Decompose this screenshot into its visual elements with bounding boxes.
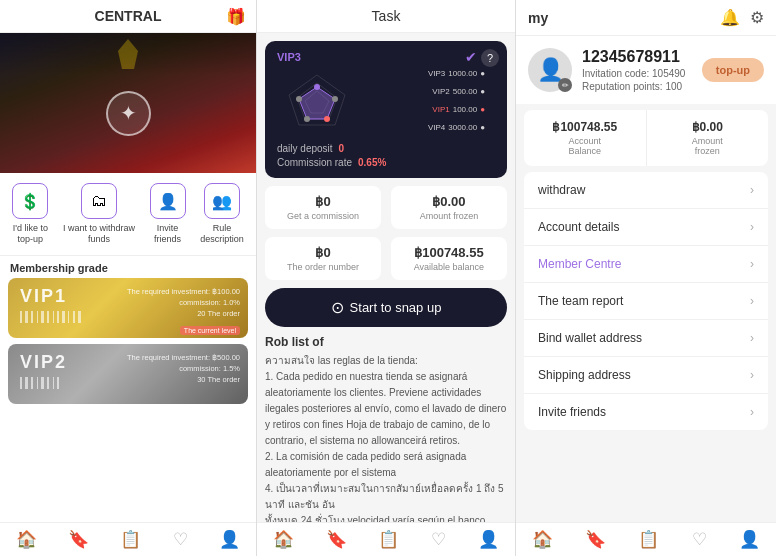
invite-action[interactable]: 👤 Invitefriends — [150, 183, 186, 245]
balance-grid: ฿100748.55 AccountBalance ฿0.00 Amountfr… — [524, 110, 768, 166]
menu-invite-label: Invite friends — [538, 405, 606, 419]
chevron-icon-2: › — [750, 220, 754, 234]
menu-withdraw[interactable]: withdraw › — [524, 172, 768, 209]
menu-list: withdraw › Account details › Member Cent… — [524, 172, 768, 430]
p2-nav-task[interactable]: 📋 — [378, 529, 399, 550]
menu-shipping-label: Shipping address — [538, 368, 631, 382]
panel-task: Task ✔ ? VIP3 — [257, 0, 516, 556]
reputation-label: Reputation points: — [582, 81, 663, 92]
vip1-card[interactable]: VIP1 The required investment: ฿100.00 co… — [8, 278, 248, 338]
avatar-edit-badge: ✏ — [558, 78, 572, 92]
invitation-code: Invitation code: 105490 — [582, 68, 685, 79]
nav-home[interactable]: 🏠 — [16, 529, 37, 550]
withdraw-action[interactable]: 🗂 I want to withdrawfunds — [63, 183, 135, 245]
menu-bind-wallet[interactable]: Bind wallet address › — [524, 320, 768, 357]
invitation-label: Invitation code: — [582, 68, 649, 79]
commission-row: Commission rate 0.65% — [277, 157, 495, 168]
radar-svg — [277, 67, 357, 137]
vip-check-icon: ✔ — [465, 49, 477, 65]
stats-row-1: ฿0 Get a commission ฿0.00 Amount frozen — [265, 186, 507, 229]
p3-nav-profile[interactable]: 👤 — [739, 529, 760, 550]
menu-shipping[interactable]: Shipping address › — [524, 357, 768, 394]
profile-id: 12345678911 — [582, 48, 685, 66]
svg-point-4 — [314, 84, 320, 90]
daily-deposit-value: 0 — [339, 143, 345, 154]
chevron-icon-5: › — [750, 331, 754, 345]
vip1-required: The required investment: ฿100.00 — [127, 286, 240, 297]
vip1-label2: VIP1 — [432, 105, 449, 114]
stat-commission: ฿0 Get a commission — [265, 186, 381, 229]
panel-central: CENTRAL 🎁 ✦ 💲 I'd like totop-up 🗂 I want… — [0, 0, 257, 556]
nav-bookmark[interactable]: 🔖 — [68, 529, 89, 550]
stat-commission-label: Get a commission — [275, 211, 371, 221]
chevron-icon: › — [750, 183, 754, 197]
rob-text: ความสนใจ las reglas de la tienda: 1. Cad… — [265, 353, 507, 522]
hero-image: ✦ — [0, 33, 256, 173]
svg-point-5 — [332, 96, 338, 102]
settings-icon[interactable]: ⚙ — [750, 8, 764, 27]
stats-row-2: ฿0 The order number ฿100748.55 Available… — [265, 237, 507, 280]
vip2-order: 30 The order — [127, 374, 240, 385]
menu-account-details[interactable]: Account details › — [524, 209, 768, 246]
frozen-label: Amountfrozen — [653, 136, 763, 156]
p2-nav-bookmark[interactable]: 🔖 — [326, 529, 347, 550]
gift-icon[interactable]: 🎁 — [226, 7, 246, 26]
p2-nav-profile[interactable]: 👤 — [478, 529, 499, 550]
start-snap-button[interactable]: ⊙ Start to snap up — [265, 288, 507, 327]
p2-nav-heart[interactable]: ♡ — [431, 529, 446, 550]
topup-label: I'd like totop-up — [13, 223, 48, 245]
profile-section: 👤 ✏ 12345678911 Invitation code: 105490 … — [516, 36, 776, 104]
commission-value: 0.65% — [358, 157, 386, 168]
p3-nav-bookmark[interactable]: 🔖 — [585, 529, 606, 550]
nav-task[interactable]: 📋 — [120, 529, 141, 550]
topup-button[interactable]: top-up — [702, 58, 764, 82]
stat-available: ฿100748.55 Available balance — [391, 237, 507, 280]
stat-available-value: ฿100748.55 — [401, 245, 497, 260]
menu-member-centre[interactable]: Member Centre › — [524, 246, 768, 283]
vip2-card[interactable]: VIP2 The required investment: ฿500.00 co… — [8, 344, 248, 404]
p2-nav-home[interactable]: 🏠 — [273, 529, 294, 550]
invite-label: Invitefriends — [154, 223, 181, 245]
topup-action[interactable]: 💲 I'd like totop-up — [12, 183, 48, 245]
p3-nav-heart[interactable]: ♡ — [692, 529, 707, 550]
profile-info: 12345678911 Invitation code: 105490 Repu… — [582, 48, 685, 92]
balance-account: ฿100748.55 AccountBalance — [524, 110, 646, 166]
panel3-title: my — [528, 10, 548, 26]
vip1-commission: commission: 1.0% — [127, 297, 240, 308]
nav-profile[interactable]: 👤 — [219, 529, 240, 550]
chevron-icon-7: › — [750, 405, 754, 419]
nav-heart[interactable]: ♡ — [173, 529, 188, 550]
p3-nav-task[interactable]: 📋 — [638, 529, 659, 550]
svg-point-6 — [324, 116, 330, 122]
stat-orders-value: ฿0 — [275, 245, 371, 260]
membership-label: Membership grade — [0, 256, 256, 278]
hero-ornament — [118, 39, 138, 69]
panel2-header: Task — [257, 0, 515, 33]
stat-available-label: Available balance — [401, 262, 497, 272]
frozen-value: ฿0.00 — [653, 120, 763, 134]
vip-question-icon[interactable]: ? — [481, 49, 499, 67]
invite-icon: 👤 — [150, 183, 186, 219]
chevron-icon-4: › — [750, 294, 754, 308]
withdraw-icon: 🗂 — [81, 183, 117, 219]
svg-point-7 — [304, 116, 310, 122]
panel3-bottom-nav: 🏠 🔖 📋 ♡ 👤 — [516, 522, 776, 556]
current-level-badge: The current level — [180, 326, 240, 335]
bell-icon[interactable]: 🔔 — [720, 8, 740, 27]
vip2-label: VIP2 — [432, 87, 449, 96]
panel1-title: CENTRAL — [95, 8, 162, 24]
p3-nav-home[interactable]: 🏠 — [532, 529, 553, 550]
stat-orders-label: The order number — [275, 262, 371, 272]
action-bar: 💲 I'd like totop-up 🗂 I want to withdraw… — [0, 173, 256, 256]
menu-team-report[interactable]: The team report › — [524, 283, 768, 320]
vip2-commission: commission: 1.5% — [127, 363, 240, 374]
vip-cards-list: VIP1 The required investment: ฿100.00 co… — [0, 278, 256, 404]
rule-action[interactable]: 👥 Ruledescription — [200, 183, 244, 245]
snap-icon: ⊙ — [331, 298, 344, 317]
panel-my: my 🔔 ⚙ 👤 ✏ 12345678911 Invitation code: … — [516, 0, 776, 556]
menu-invite-friends[interactable]: Invite friends › — [524, 394, 768, 430]
vip1-order: 20 The order — [127, 308, 240, 319]
panel2-content: ✔ ? VIP3 — [257, 33, 515, 522]
svg-marker-3 — [299, 87, 335, 119]
vip-radar-title: VIP3 — [277, 51, 495, 63]
